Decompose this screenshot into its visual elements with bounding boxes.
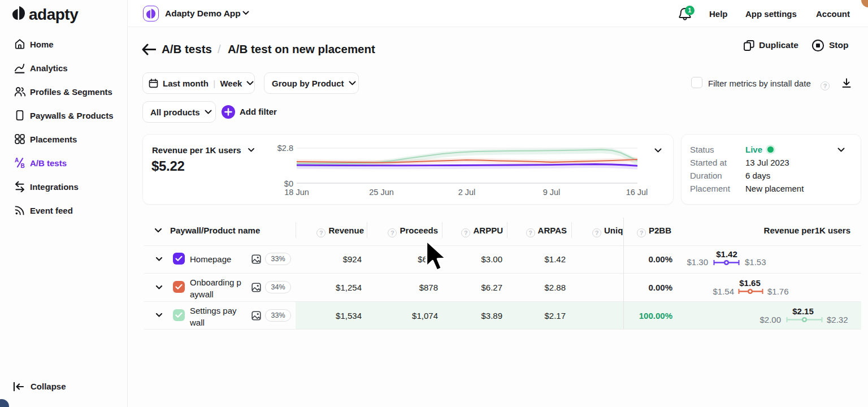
svg-text:A: A — [15, 157, 19, 163]
svg-text:B: B — [21, 163, 25, 169]
